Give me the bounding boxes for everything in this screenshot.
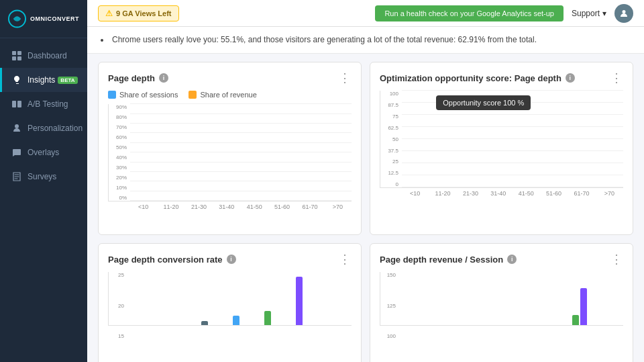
conversion-rate-header: Page depth conversion rate i ⋮: [108, 253, 352, 265]
topbar: ⚠ 9 GA Views Left Run a health check on …: [87, 0, 644, 27]
svg-rect-4: [17, 56, 21, 60]
notice-bar: Chrome users really love you: 55.1%, and…: [87, 27, 644, 54]
conversion-rate-card: Page depth conversion rate i ⋮ 152025: [98, 243, 362, 362]
sidebar-item-ab-testing[interactable]: A/B Testing: [0, 92, 87, 116]
page-depth-chart-area: 0%10%20%30%40%50%60%70%80%90%<1011-2021-…: [108, 104, 352, 225]
sessions-legend-label: Share of sessions: [119, 91, 178, 99]
notice-text: Chrome users really love you: 55.1%, and…: [101, 34, 631, 46]
sidebar-item-overlays[interactable]: Overlays: [0, 140, 87, 165]
sidebar-item-dashboard[interactable]: Dashboard: [0, 44, 87, 68]
revenue-session-info-icon[interactable]: i: [507, 255, 517, 264]
main-content: ⚠ 9 GA Views Left Run a health check on …: [87, 0, 644, 362]
dashboard-label: Dashboard: [28, 51, 67, 60]
opportunity-score-title: Optimization opportunity score: Page dep…: [380, 73, 575, 83]
page-depth-legend: Share of sessions Share of revenue: [108, 91, 352, 99]
conversion-rate-info-icon[interactable]: i: [227, 255, 236, 264]
svg-rect-2: [17, 51, 21, 55]
warning-icon: ⚠: [105, 9, 113, 18]
sessions-legend-dot: [108, 91, 116, 99]
grid-icon: [11, 50, 22, 61]
health-check-button[interactable]: Run a health check on your Google Analyt…: [375, 5, 564, 21]
ga-views-label: 9 GA Views Left: [116, 9, 172, 17]
charts-section: Page depth i ⋮ Share of sessions Share o…: [87, 54, 644, 362]
conversion-rate-more-icon[interactable]: ⋮: [339, 253, 352, 265]
sidebar-item-surveys[interactable]: Surveys: [0, 165, 87, 189]
content-area: Chrome users really love you: 55.1%, and…: [87, 27, 644, 362]
page-depth-info-icon[interactable]: i: [159, 73, 168, 83]
chevron-down-icon: ▾: [602, 9, 606, 18]
logo-text: OMNICONVERT: [30, 15, 79, 22]
svg-point-7: [15, 124, 19, 128]
conversion-rate-title: Page depth conversion rate i: [108, 255, 236, 265]
legend-sessions: Share of sessions: [108, 91, 178, 99]
page-depth-card: Page depth i ⋮ Share of sessions Share o…: [98, 62, 362, 235]
overlays-label: Overlays: [28, 148, 59, 157]
revenue-session-chart-area: 100125150: [380, 272, 623, 362]
survey-icon: [11, 171, 22, 182]
page-depth-more-icon[interactable]: ⋮: [339, 72, 352, 84]
charts-row-1: Page depth i ⋮ Share of sessions Share o…: [98, 62, 633, 235]
conversion-rate-chart-area: 152025: [108, 272, 352, 362]
sidebar-nav: Dashboard Insights BETA A/B Testing: [0, 38, 87, 362]
revenue-session-title: Page depth revenue / Session i: [380, 255, 517, 265]
sidebar-item-insights[interactable]: Insights BETA: [0, 68, 87, 92]
revenue-legend-dot: [189, 91, 197, 99]
insights-label: Insights: [28, 75, 55, 85]
user-avatar[interactable]: [614, 4, 633, 23]
ab-icon: [11, 99, 22, 109]
revenue-session-more-icon[interactable]: ⋮: [610, 253, 623, 265]
svg-rect-5: [12, 101, 16, 107]
person-icon: [11, 123, 22, 134]
sidebar-logo: OMNICONVERT: [0, 0, 87, 38]
support-label: Support: [572, 9, 600, 18]
svg-point-8: [623, 10, 626, 13]
opportunity-score-more-icon[interactable]: ⋮: [610, 72, 623, 84]
revenue-session-header: Page depth revenue / Session i ⋮: [380, 253, 623, 265]
page-depth-header: Page depth i ⋮: [108, 72, 352, 84]
chat-icon: [11, 147, 22, 158]
svg-rect-6: [17, 101, 21, 107]
opportunity-score-chart-area: 012.52537.55062.57587.5100Opportunity sc…: [380, 91, 623, 212]
sidebar: OMNICONVERT Dashboard Insights BETA: [0, 0, 87, 362]
beta-badge: BETA: [58, 77, 77, 84]
omniconvert-logo-icon: [8, 9, 26, 28]
insights-item-inner: Insights BETA: [28, 75, 78, 85]
revenue-legend-label: Share of revenue: [200, 91, 256, 99]
revenue-session-card: Page depth revenue / Session i ⋮ 1001251…: [370, 243, 633, 362]
lightbulb-icon: [11, 75, 22, 85]
support-button[interactable]: Support ▾: [572, 9, 606, 18]
opportunity-score-card: Optimization opportunity score: Page dep…: [370, 62, 633, 235]
ga-views-badge: ⚠ 9 GA Views Left: [98, 5, 179, 21]
opportunity-score-header: Optimization opportunity score: Page dep…: [380, 72, 623, 84]
ab-testing-label: A/B Testing: [28, 99, 68, 109]
legend-revenue: Share of revenue: [189, 91, 256, 99]
svg-rect-3: [12, 56, 16, 60]
personalization-label: Personalization: [28, 124, 83, 133]
opportunity-score-info-icon[interactable]: i: [566, 73, 575, 83]
surveys-label: Surveys: [28, 172, 56, 181]
sidebar-item-personalization[interactable]: Personalization: [0, 116, 87, 140]
charts-row-2: Page depth conversion rate i ⋮ 152025 Pa…: [98, 243, 633, 362]
svg-rect-1: [12, 51, 16, 55]
page-depth-title: Page depth i: [108, 73, 168, 83]
